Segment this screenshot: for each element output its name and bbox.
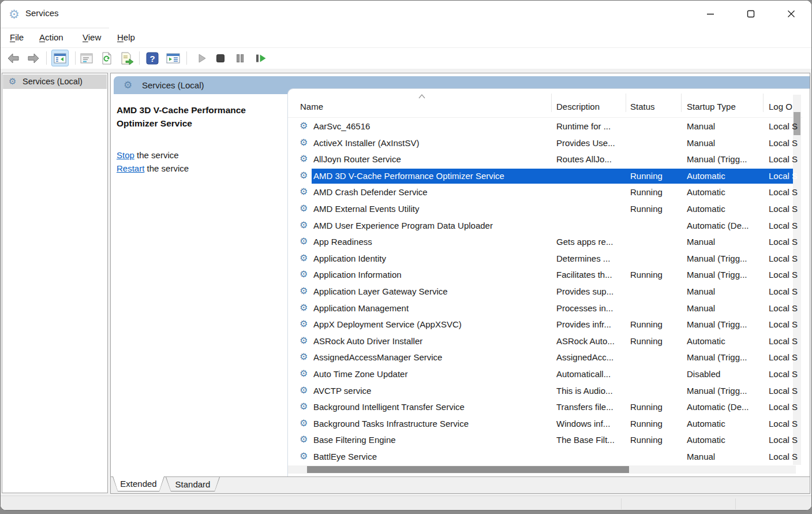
table-row[interactable]: ⚙ AppX Deployment Service (AppXSVC) Prov… bbox=[288, 316, 810, 333]
table-row[interactable]: ⚙ AMD User Experience Program Data Uploa… bbox=[288, 218, 810, 234]
table-row[interactable]: ⚙ ActiveX Installer (AxInstSV) Provides … bbox=[288, 135, 810, 152]
menu-view[interactable]: View bbox=[83, 32, 101, 42]
help-icon: ? bbox=[146, 52, 159, 65]
service-gear-icon: ⚙ bbox=[300, 170, 308, 181]
cell-log-on-as: Local S bbox=[769, 435, 799, 445]
show-console-tree-button[interactable] bbox=[51, 50, 69, 66]
cell-name: ASRock Auto Driver Installer bbox=[313, 336, 547, 346]
cell-description: Routes AllJo... bbox=[556, 154, 623, 164]
action-pane-icon bbox=[166, 53, 180, 64]
service-gear-icon: ⚙ bbox=[300, 385, 308, 396]
cell-log-on-as: Local S bbox=[769, 402, 799, 412]
column-header-description[interactable]: Description bbox=[556, 102, 600, 111]
cell-log-on-as: Local S bbox=[769, 336, 799, 346]
table-row[interactable]: ⚙ Background Tasks Infrastructure Servic… bbox=[288, 416, 810, 433]
table-row[interactable]: ⚙ App Readiness Gets apps re... Manual L… bbox=[288, 234, 810, 251]
horizontal-scrollbar[interactable] bbox=[288, 465, 796, 474]
cell-description: Provides infr... bbox=[556, 319, 623, 329]
table-row[interactable]: ⚙ Base Filtering Engine The Base Filt...… bbox=[288, 432, 810, 449]
stop-service-button[interactable] bbox=[212, 50, 229, 66]
table-row[interactable]: ⚙ Auto Time Zone Updater Automaticall...… bbox=[288, 366, 810, 383]
back-button[interactable] bbox=[5, 50, 22, 66]
column-header-status[interactable]: Status bbox=[630, 102, 655, 111]
cell-description: Transfers file... bbox=[556, 402, 623, 412]
tree-item-services-local[interactable]: ⚙ Services (Local) bbox=[3, 75, 107, 89]
cell-log-on-as: Local S bbox=[769, 154, 799, 164]
stop-service-link[interactable]: Stop bbox=[117, 150, 134, 160]
extended-task-pane: AMD 3D V-Cache Performance Optimizer Ser… bbox=[111, 94, 287, 477]
tab-standard[interactable]: Standard bbox=[166, 477, 220, 491]
cell-startup-type: Automatic (De... bbox=[687, 221, 759, 230]
export-list-button[interactable] bbox=[118, 50, 136, 66]
cell-startup-type: Manual (Trigg... bbox=[687, 386, 759, 396]
cell-startup-type: Manual bbox=[687, 121, 759, 131]
minimize-button[interactable] bbox=[697, 1, 724, 27]
forward-button[interactable] bbox=[25, 50, 42, 66]
table-row[interactable]: ⚙ ASRock Auto Driver Installer ASRock Au… bbox=[288, 333, 810, 350]
cell-name: AMD Crash Defender Service bbox=[313, 187, 547, 197]
tab-standard-label: Standard bbox=[166, 479, 220, 489]
cell-status: Running bbox=[630, 435, 678, 445]
table-row[interactable]: ⚙ AMD 3D V-Cache Performance Optimizer S… bbox=[288, 168, 810, 185]
cell-log-on-as: Local S bbox=[769, 171, 799, 181]
restart-service-rest: the service bbox=[144, 163, 189, 173]
service-gear-icon: ⚙ bbox=[300, 120, 308, 131]
toolbar-separator bbox=[46, 51, 47, 65]
menu-file[interactable]: File bbox=[10, 32, 24, 42]
column-header-name[interactable]: Name bbox=[300, 102, 323, 111]
table-row[interactable]: ⚙ Application Management Processes in...… bbox=[288, 300, 810, 317]
cell-startup-type: Automatic bbox=[687, 187, 759, 197]
menu-help[interactable]: Help bbox=[117, 32, 135, 42]
services-console-screen: ⚙ Services FileActionViewHelp bbox=[0, 0, 812, 514]
table-row[interactable]: ⚙ Application Identity Determines ... Ma… bbox=[288, 251, 810, 267]
start-service-button[interactable] bbox=[193, 50, 210, 66]
cell-name: AMD External Events Utility bbox=[313, 204, 547, 214]
table-row[interactable]: ⚙ AarSvc_46516 Runtime for ... Manual Lo… bbox=[288, 118, 810, 135]
tab-extended[interactable]: Extended bbox=[113, 476, 164, 491]
table-row[interactable]: ⚙ AMD External Events Utility Running Au… bbox=[288, 201, 810, 218]
column-divider[interactable] bbox=[763, 94, 764, 112]
toolbar-separator bbox=[139, 51, 140, 65]
start-icon bbox=[196, 53, 207, 64]
table-row[interactable]: ⚙ Application Layer Gateway Service Prov… bbox=[288, 284, 810, 300]
table-row[interactable]: ⚙ Application Information Facilitates th… bbox=[288, 267, 810, 284]
column-divider[interactable] bbox=[551, 94, 552, 112]
restart-service-link[interactable]: Restart bbox=[117, 163, 144, 173]
refresh-button[interactable] bbox=[98, 50, 115, 66]
maximize-button[interactable] bbox=[738, 1, 764, 27]
horizontal-scrollbar-thumb[interactable] bbox=[307, 466, 629, 473]
menu-action[interactable]: Action bbox=[39, 32, 63, 42]
cell-name: Base Filtering Engine bbox=[313, 435, 547, 445]
close-button[interactable] bbox=[778, 1, 804, 27]
table-row[interactable]: ⚙ AVCTP service This is Audio... Manual … bbox=[288, 383, 810, 400]
cell-name: ActiveX Installer (AxInstSV) bbox=[313, 138, 547, 148]
cell-startup-type: Manual bbox=[687, 237, 759, 247]
table-row[interactable]: ⚙ AMD Crash Defender Service Running Aut… bbox=[288, 184, 810, 201]
console-tree-panel: ⚙ Services (Local) bbox=[2, 73, 108, 493]
cell-status: Running bbox=[630, 171, 678, 181]
column-divider[interactable] bbox=[681, 94, 682, 112]
header-underline bbox=[288, 117, 802, 118]
column-header-startup-type[interactable]: Startup Type bbox=[687, 102, 736, 111]
toolbar-separator bbox=[75, 51, 76, 65]
cell-name: AppX Deployment Service (AppXSVC) bbox=[313, 319, 547, 329]
show-action-pane-button[interactable] bbox=[164, 50, 182, 66]
cell-name: Application Identity bbox=[313, 254, 547, 263]
pause-service-button[interactable] bbox=[231, 50, 249, 66]
properties-button[interactable] bbox=[78, 50, 95, 66]
table-row[interactable]: ⚙ BattlEye Service Manual Local S bbox=[288, 449, 810, 465]
cell-status: Running bbox=[630, 204, 678, 214]
cell-name: Application Layer Gateway Service bbox=[313, 286, 547, 296]
service-gear-icon: ⚙ bbox=[300, 252, 308, 263]
cell-startup-type: Disabled bbox=[687, 369, 759, 379]
table-row[interactable]: ⚙ AssignedAccessManager Service Assigned… bbox=[288, 349, 810, 366]
table-row[interactable]: ⚙ AllJoyn Router Service Routes AllJo...… bbox=[288, 151, 810, 168]
help-button[interactable]: ? bbox=[144, 50, 161, 66]
cell-startup-type: Manual (Trigg... bbox=[687, 254, 759, 263]
column-divider[interactable] bbox=[626, 94, 626, 112]
column-header-log-on-as[interactable]: Log O bbox=[769, 102, 792, 111]
restart-service-button[interactable] bbox=[252, 50, 269, 66]
table-row[interactable]: ⚙ Background Intelligent Transfer Servic… bbox=[288, 399, 810, 416]
tree-item-label: Services (Local) bbox=[23, 77, 83, 86]
tab-strip: Extended Standard bbox=[111, 476, 810, 493]
